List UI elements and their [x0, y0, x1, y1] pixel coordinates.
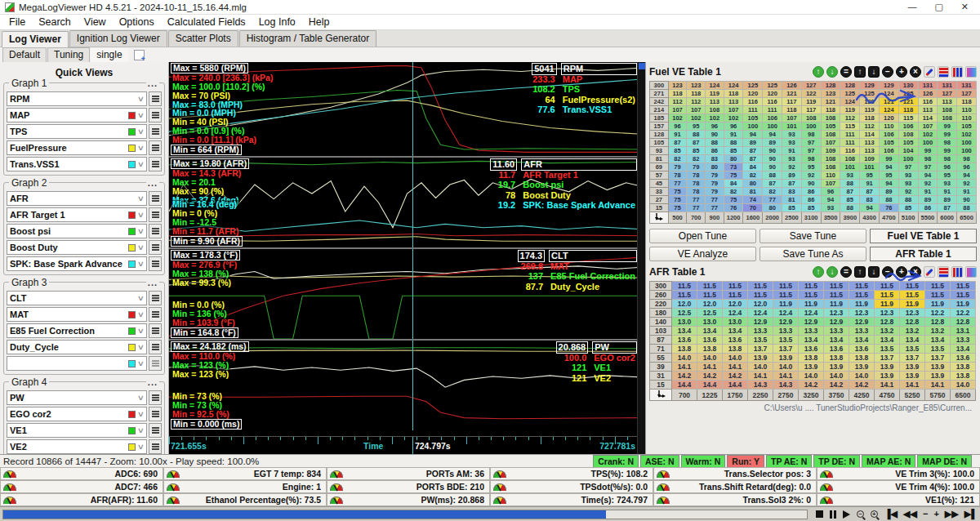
table-cell[interactable]: 121 — [898, 98, 918, 106]
table-cell[interactable]: 120 — [860, 98, 880, 106]
table-cell[interactable]: 11.5 — [723, 291, 748, 300]
table-cell[interactable]: 91 — [957, 188, 977, 196]
set-equal-icon[interactable]: = — [840, 66, 852, 78]
table-cell[interactable]: 79 — [706, 180, 724, 188]
table-cell[interactable]: 106 — [898, 122, 918, 131]
table-cell[interactable]: 102 — [668, 114, 687, 122]
table-cell[interactable]: 13.8 — [723, 345, 748, 354]
group-options-icon[interactable]: ... — [146, 178, 159, 188]
table-cell[interactable]: 108 — [938, 114, 957, 122]
scale-up-icon[interactable]: ↑ — [813, 266, 824, 278]
table-cell[interactable]: 127 — [801, 82, 821, 90]
table-cell[interactable]: 11.5 — [925, 291, 951, 300]
table-cell[interactable]: 13.2 — [925, 327, 951, 336]
table-cell[interactable]: 11.9 — [900, 300, 925, 309]
table-cell[interactable]: 97 — [801, 139, 821, 147]
shift-down-icon[interactable]: ↓ — [868, 66, 880, 78]
table-cell[interactable]: 11.5 — [849, 291, 875, 300]
table-cell[interactable]: 88 — [879, 196, 898, 204]
table-cell[interactable]: 79 — [706, 171, 724, 180]
table-cell[interactable]: 88 — [840, 204, 860, 212]
table-cell[interactable]: 90 — [763, 155, 782, 163]
table-cell[interactable]: 128 — [821, 82, 840, 90]
series-select-afr-target-1[interactable]: AFR Target 1∨ — [7, 207, 147, 222]
table-cell[interactable]: 113 — [860, 139, 880, 147]
series-color-swatch[interactable] — [128, 260, 136, 268]
table-cell[interactable]: 12.3 — [900, 309, 925, 318]
series-color-swatch[interactable] — [128, 161, 136, 168]
table-cell[interactable]: 88 — [840, 180, 860, 188]
table-cell[interactable]: 13.3 — [773, 327, 799, 336]
table-cell[interactable]: 14.1 — [875, 381, 900, 390]
scale-down-icon[interactable]: ↓ — [826, 66, 838, 78]
table-cell[interactable]: 13.2 — [875, 327, 900, 336]
table-cell[interactable]: 106 — [879, 131, 898, 139]
table-cell[interactable]: 12.3 — [849, 309, 875, 318]
table-cell[interactable]: 93 — [782, 139, 802, 147]
table-cell[interactable]: 120 — [879, 114, 898, 122]
table-cell[interactable]: 106 — [763, 114, 782, 122]
table-cell[interactable]: 109 — [821, 147, 840, 155]
table-cell[interactable]: 13.5 — [748, 336, 773, 345]
series-menu-button[interactable] — [149, 191, 162, 206]
fuel-ve-table-tab[interactable]: Fuel VE Table 1 — [870, 229, 977, 243]
table-cell[interactable]: 13.8 — [951, 372, 976, 381]
axis-swap-icon[interactable] — [650, 390, 672, 401]
table-cell[interactable]: 12.4 — [748, 309, 773, 318]
table-cell[interactable]: 95 — [801, 163, 821, 171]
table-cell[interactable]: 102 — [957, 131, 977, 139]
ve-analyze-button[interactable]: VE Analyze — [649, 247, 756, 261]
table-cell[interactable]: 12.2 — [925, 309, 951, 318]
table-cell[interactable]: 13.9 — [799, 363, 824, 372]
table-cell[interactable]: 82 — [743, 171, 763, 180]
table-cell[interactable]: 14.2 — [849, 381, 875, 390]
table-cell[interactable]: 13.7 — [748, 345, 773, 354]
table-cell[interactable]: 75 — [724, 196, 743, 204]
table-cell[interactable]: 79 — [668, 163, 687, 171]
table-cell[interactable]: 85 — [801, 204, 821, 212]
table-cell[interactable]: 111 — [840, 139, 860, 147]
table-cell[interactable]: 113 — [938, 98, 957, 106]
table-cell[interactable]: 14.0 — [697, 354, 723, 363]
table-cell[interactable]: 112 — [687, 98, 706, 106]
table-cell[interactable]: 105 — [898, 139, 918, 147]
table-cell[interactable]: 14.0 — [748, 363, 773, 372]
table-cell[interactable]: 14.2 — [723, 372, 748, 381]
table-cell[interactable]: 14.0 — [799, 372, 824, 381]
menu-log-info[interactable]: Log Info — [253, 16, 301, 29]
skip-end-icon[interactable]: ▶▌ — [964, 510, 978, 519]
table-cell[interactable]: 107 — [668, 106, 687, 114]
table-cell[interactable]: 13.4 — [900, 336, 925, 345]
table-cell[interactable]: 12.9 — [748, 318, 773, 327]
table-cell[interactable]: 94 — [918, 171, 938, 180]
table-cell[interactable]: 87 — [938, 204, 957, 212]
menu-search[interactable]: Search — [33, 16, 77, 29]
shift-up-icon[interactable]: ↑ — [854, 66, 866, 78]
table-cell[interactable]: 80 — [743, 180, 763, 188]
table-cell[interactable]: 13.0 — [672, 318, 697, 327]
table-cell[interactable]: 110 — [957, 114, 977, 122]
table-cell[interactable]: 108 — [938, 106, 957, 114]
table-cell[interactable]: 100 — [957, 147, 977, 155]
table-cell[interactable]: 108 — [706, 106, 724, 114]
table-cell[interactable]: 110 — [879, 122, 898, 131]
table-cell[interactable]: 101 — [840, 163, 860, 171]
axis-swap-icon[interactable] — [650, 212, 669, 224]
table-cell[interactable]: 75 — [668, 204, 687, 212]
table-cell[interactable]: 113 — [724, 98, 743, 106]
table-cell[interactable]: 123 — [821, 90, 840, 98]
table-cell[interactable]: 14.1 — [773, 372, 799, 381]
table-cell[interactable]: 124 — [724, 82, 743, 90]
table-cell[interactable]: 11.5 — [951, 291, 976, 300]
interpolate-columns-icon[interactable] — [951, 66, 963, 78]
table-cell[interactable]: 76 — [724, 204, 743, 212]
series-color-swatch[interactable] — [128, 360, 136, 367]
table-cell[interactable]: 104 — [898, 147, 918, 155]
series-color-swatch[interactable] — [128, 112, 136, 119]
table-cell[interactable]: 92 — [782, 163, 802, 171]
table-cell[interactable]: 11.5 — [849, 282, 875, 291]
color-scale-icon[interactable] — [965, 66, 977, 78]
table-cell[interactable]: 94 — [763, 131, 782, 139]
table-cell[interactable]: 93 — [840, 171, 860, 180]
series-color-swatch[interactable] — [128, 411, 136, 418]
